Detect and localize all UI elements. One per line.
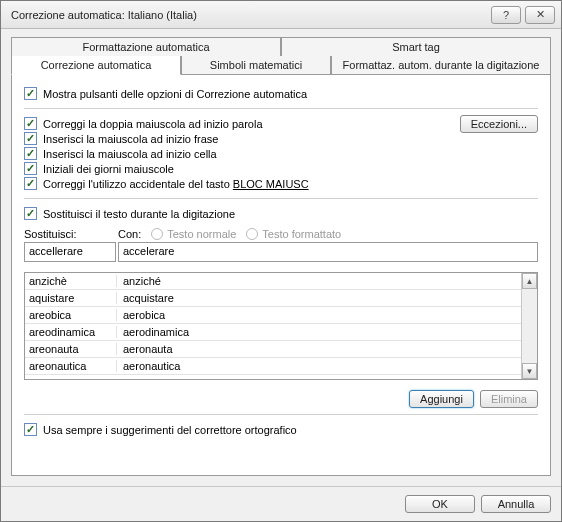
separator [24,414,538,415]
with-input[interactable]: accelerare [118,242,538,262]
cell-value: aerobica [117,309,521,321]
help-button[interactable]: ? [491,6,521,24]
window-title: Correzione automatica: Italiano (Italia) [11,9,487,21]
label-formatted-text: Testo formattato [262,228,341,240]
tab-math-symbols[interactable]: Simboli matematici [181,56,331,75]
add-button[interactable]: Aggiungi [409,390,474,408]
tab-panel: Mostra pulsanti delle opzioni di Correzi… [11,74,551,476]
radio-plain-text [151,228,163,240]
label-spellcheck: Usa sempre i suggerimenti del correttore… [43,424,297,436]
label-cap-cell: Inserisci la maiuscola ad inizio cella [43,148,217,160]
separator [24,108,538,109]
cancel-button[interactable]: Annulla [481,495,551,513]
delete-button: Elimina [480,390,538,408]
table-row[interactable]: areonauticaaeronautica [25,358,521,375]
table-row[interactable]: anzichèanziché [25,273,521,290]
cell-value: anziché [117,275,521,287]
tab-autocorrect[interactable]: Correzione automatica [11,56,181,75]
titlebar[interactable]: Correzione automatica: Italiano (Italia)… [1,1,561,29]
replace-input[interactable]: accellerare [24,242,116,262]
replacements-list: anzichèanzichéaquistareacquistareareobic… [24,272,538,380]
checkbox-show-buttons[interactable] [24,87,37,100]
radio-formatted-text [246,228,258,240]
tab-autoformat[interactable]: Formattazione automatica [11,37,281,56]
cell-key: areonautica [25,360,117,372]
tabstrip: Formattazione automatica Smart tag Corre… [11,37,551,75]
cell-value: aeronauta [117,343,521,355]
scroll-track[interactable] [522,289,537,363]
checkbox-day-caps[interactable] [24,162,37,175]
cell-value: acquistare [117,292,521,304]
tab-autoformat-typing[interactable]: Formattaz. autom. durante la digitazione [331,56,551,75]
checkbox-spellcheck[interactable] [24,423,37,436]
scrollbar[interactable]: ▲ ▼ [521,273,537,379]
cell-key: aquistare [25,292,117,304]
cell-key: areonauta [25,343,117,355]
table-row[interactable]: areobicaaerobica [25,307,521,324]
list-body[interactable]: anzichèanzichéaquistareacquistareareobic… [25,273,521,379]
scroll-down-button[interactable]: ▼ [522,363,537,379]
dialog-window: Correzione automatica: Italiano (Italia)… [0,0,562,522]
checkbox-replace-text[interactable] [24,207,37,220]
table-row[interactable]: areodinamicaaerodinamica [25,324,521,341]
table-row[interactable]: areonautaaeronauta [25,341,521,358]
cell-value: aeronautica [117,360,521,372]
label-replace-text: Sostituisci il testo durante la digitazi… [43,208,235,220]
checkbox-cap-sentence[interactable] [24,132,37,145]
close-button[interactable]: ✕ [525,6,555,24]
label-show-buttons: Mostra pulsanti delle opzioni di Correzi… [43,88,307,100]
checkbox-cap-cell[interactable] [24,147,37,160]
separator [24,198,538,199]
checkbox-capslock[interactable] [24,177,37,190]
table-row[interactable]: aquistareacquistare [25,290,521,307]
cell-key: areobica [25,309,117,321]
tab-smarttag[interactable]: Smart tag [281,37,551,56]
label-plain-text: Testo normale [167,228,236,240]
label-day-caps: Iniziali dei giorni maiuscole [43,163,174,175]
label-cap-sentence: Inserisci la maiuscola ad inizio frase [43,133,218,145]
client-area: Formattazione automatica Smart tag Corre… [1,29,561,486]
exceptions-button[interactable]: Eccezioni... [460,115,538,133]
label-replace-col: Sostituisci: [24,228,118,240]
label-capslock: Correggi l'utilizzo accidentale del tast… [43,178,309,190]
dialog-footer: OK Annulla [1,486,561,521]
cell-value: aerodinamica [117,326,521,338]
cell-key: areodinamica [25,326,117,338]
ok-button[interactable]: OK [405,495,475,513]
scroll-up-button[interactable]: ▲ [522,273,537,289]
cell-key: anzichè [25,275,117,287]
label-double-cap: Correggi la doppia maiuscola ad inizio p… [43,118,263,130]
label-with-col: Con: [118,228,141,240]
checkbox-double-cap[interactable] [24,117,37,130]
